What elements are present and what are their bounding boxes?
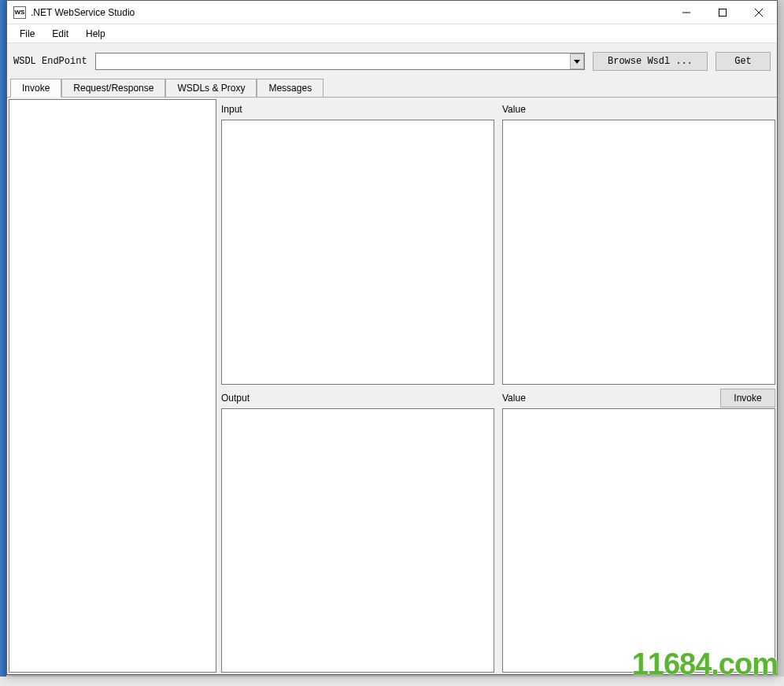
- endpoint-combo-wrap: [95, 53, 585, 70]
- value1-label: Value: [502, 101, 775, 118]
- minimize-icon: [682, 9, 690, 17]
- endpoint-dropdown-button[interactable]: [570, 53, 584, 69]
- bottom-row-header: Output Value Invoke: [221, 388, 775, 408]
- chevron-down-icon: [574, 60, 580, 64]
- output-label: Output: [221, 389, 494, 407]
- tab-invoke[interactable]: Invoke: [10, 79, 61, 98]
- top-row: Input Value: [221, 99, 775, 385]
- close-icon: [755, 9, 763, 17]
- window-controls: [668, 1, 777, 24]
- endpoint-input[interactable]: [95, 53, 585, 70]
- menu-help[interactable]: Help: [80, 27, 112, 41]
- menu-edit[interactable]: Edit: [46, 27, 75, 41]
- browse-wsdl-button[interactable]: Browse Wsdl ...: [593, 52, 708, 71]
- top-row-header: Input Value: [221, 99, 775, 120]
- value2-textbox[interactable]: [502, 408, 775, 673]
- input-textbox[interactable]: [221, 120, 494, 385]
- bottom-row-body: [221, 408, 775, 673]
- value1-textbox[interactable]: [502, 120, 775, 385]
- value2-label: Value: [502, 389, 526, 407]
- tab-wsdls-proxy[interactable]: WSDLs & Proxy: [165, 79, 257, 97]
- svg-rect-1: [719, 9, 727, 16]
- window-title: .NET WebService Studio: [31, 7, 668, 18]
- content-area: Input Value Output Value: [7, 97, 777, 674]
- tab-request-response[interactable]: Request/Response: [61, 79, 165, 97]
- right-panel: Input Value Output Value: [221, 99, 775, 673]
- tab-strip: Invoke Request/Response WSDLs & Proxy Me…: [7, 79, 777, 97]
- value2-section-header: Value Invoke: [502, 389, 775, 408]
- value1-section-header: Value: [502, 101, 775, 118]
- desktop-left-edge: [0, 0, 6, 686]
- close-button[interactable]: [741, 1, 777, 24]
- app-icon: WS: [13, 6, 26, 19]
- menubar: File Edit Help: [7, 24, 777, 43]
- menu-file[interactable]: File: [13, 27, 41, 41]
- output-textbox[interactable]: [221, 408, 494, 673]
- tab-messages[interactable]: Messages: [257, 79, 324, 97]
- minimize-button[interactable]: [668, 1, 704, 24]
- top-row-body: [221, 120, 775, 385]
- desktop-bottom-edge: [0, 677, 784, 686]
- maximize-button[interactable]: [704, 1, 741, 24]
- input-section-header: Input: [221, 101, 494, 118]
- endpoint-label: WSDL EndPoint: [13, 56, 87, 67]
- bottom-row: Output Value Invoke: [221, 388, 775, 673]
- output-section-header: Output: [221, 389, 494, 407]
- maximize-icon: [719, 9, 727, 17]
- get-button[interactable]: Get: [716, 52, 771, 71]
- app-window: WS .NET WebService Studio File Edit Help…: [6, 0, 778, 675]
- invoke-button[interactable]: Invoke: [720, 389, 775, 408]
- tree-panel[interactable]: [9, 99, 216, 673]
- toolbar: WSDL EndPoint Browse Wsdl ... Get: [7, 43, 777, 79]
- svg-marker-4: [574, 60, 580, 64]
- titlebar[interactable]: WS .NET WebService Studio: [7, 1, 777, 24]
- input-label: Input: [221, 101, 494, 118]
